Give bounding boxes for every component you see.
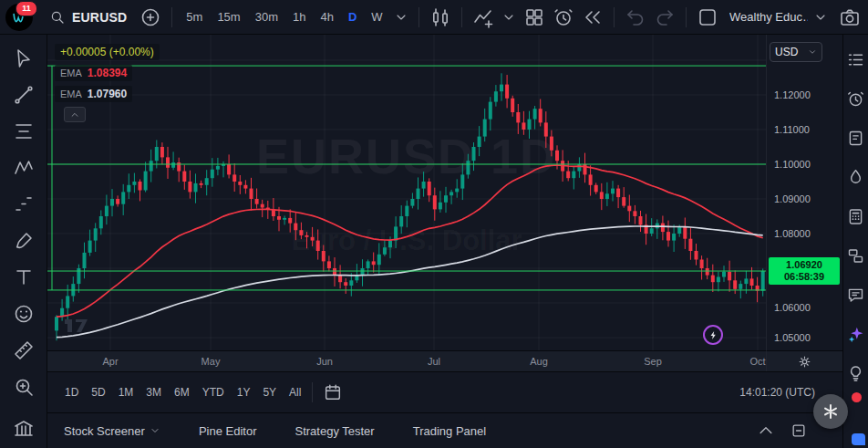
timeframe-1d[interactable]: D (343, 6, 362, 27)
go-to-date-calendar-icon[interactable] (321, 380, 345, 404)
server-clock[interactable]: 14:01:20 (UTC) (739, 386, 815, 399)
time-axis[interactable]: Apr May Jun Jul Aug Sep Oct (47, 350, 766, 371)
zoom-in-tool-icon[interactable] (12, 375, 36, 399)
chevron-down-icon (808, 47, 817, 57)
support-chat-icon[interactable] (852, 433, 865, 445)
chevron-up-icon (70, 110, 79, 120)
range-3m[interactable]: 3M (140, 382, 168, 402)
chatgpt-knot-icon (821, 401, 841, 422)
grid-layout-icon[interactable] (522, 5, 547, 30)
range-1y[interactable]: 1Y (231, 382, 257, 402)
compare-add-symbol-icon[interactable] (138, 5, 163, 30)
timeframe-chevron-down-icon[interactable] (392, 8, 410, 26)
cursor-tool-icon[interactable] (12, 47, 36, 70)
symbol-name: EURUSD (72, 10, 127, 25)
bank-institution-icon[interactable] (12, 417, 36, 441)
notification-badge: 11 (16, 1, 37, 16)
watchlist-icon[interactable] (846, 50, 865, 69)
toolbar-separator (614, 7, 615, 27)
elliott-wave-tool-icon[interactable] (12, 193, 36, 216)
trading-platform-window: 11 EURUSD 5m 15m 30m 1h 4h D W (0, 0, 868, 448)
notification-dot (850, 391, 863, 404)
chevron-down-icon (150, 425, 160, 436)
undo-icon[interactable] (623, 5, 648, 30)
alerts-clock-icon[interactable] (846, 89, 865, 109)
price-axis[interactable]: USD 1.12000 1.11000 1.10000 1.09000 1.08… (766, 35, 842, 350)
timeframe-15m[interactable]: 15m (212, 6, 245, 27)
currency-selector[interactable]: USD (770, 42, 822, 62)
tab-pine-editor[interactable]: Pine Editor (199, 424, 257, 438)
ema-indicator-row-1[interactable]: EMA 1.08394 (55, 65, 132, 81)
toolbar-separator (418, 7, 419, 27)
emoji-tool-icon[interactable] (12, 302, 36, 326)
chart-style-candles-icon[interactable] (428, 5, 453, 30)
timeframe-5m[interactable]: 5m (181, 6, 208, 27)
range-1d[interactable]: 1D (58, 382, 85, 402)
fib-retracement-tool-icon[interactable] (12, 120, 36, 143)
range-5y[interactable]: 5Y (256, 382, 283, 402)
month-label: Oct (749, 356, 765, 367)
range-1m[interactable]: 1M (112, 382, 140, 402)
timeframe-30m[interactable]: 30m (250, 6, 284, 27)
brush-tool-icon[interactable] (12, 229, 36, 253)
boost-lightning-button[interactable] (703, 325, 723, 345)
ruler-measure-tool-icon[interactable] (12, 339, 36, 362)
timeframe-1w[interactable]: W (366, 6, 388, 27)
text-tool-icon[interactable] (12, 266, 36, 289)
hotlists-flame-icon[interactable] (846, 168, 865, 187)
price-tick: 1.06000 (774, 302, 811, 313)
toolbar-separator (686, 7, 687, 27)
chat-icon[interactable] (846, 286, 865, 305)
range-5d[interactable]: 5D (85, 382, 111, 402)
chatgpt-overlay-button[interactable] (813, 394, 848, 429)
axis-settings-gear-icon[interactable] (797, 354, 812, 370)
toolbar-separator (312, 382, 313, 402)
month-label: Jul (428, 356, 440, 367)
tab-stock-screener[interactable]: Stock Screener (64, 424, 160, 438)
timeframe-4h[interactable]: 4h (315, 6, 338, 27)
price-change: +0.00005 (+0.00%) (55, 44, 160, 60)
timeframe-1h[interactable]: 1h (287, 6, 311, 27)
legend-collapse-button[interactable] (64, 107, 86, 122)
tab-strategy-tester[interactable]: Strategy Tester (294, 424, 374, 438)
layout-account-menu[interactable]: Wealthy Educ… (726, 5, 833, 29)
lightning-icon (708, 330, 718, 340)
ema-indicator-row-2[interactable]: EMA 1.07960 (55, 86, 132, 102)
range-all[interactable]: All (283, 382, 307, 402)
panel-expand-chevron-up-icon[interactable] (757, 422, 775, 440)
ideas-lightbulb-icon[interactable] (846, 364, 865, 383)
trend-line-tool-icon[interactable] (12, 83, 36, 107)
ai-sparkle-icon[interactable] (846, 325, 865, 344)
indicators-icon[interactable] (470, 5, 496, 30)
axis-settings-corner (766, 350, 842, 371)
price-tick: 1.10000 (774, 159, 811, 170)
panel-maximize-icon[interactable] (790, 422, 808, 440)
range-ytd[interactable]: YTD (196, 382, 231, 402)
alert-clock-icon[interactable] (551, 5, 576, 30)
pattern-tool-icon[interactable] (12, 156, 36, 180)
drawing-tools-toolbar (0, 35, 47, 448)
redo-icon[interactable] (652, 5, 677, 30)
account-name: Wealthy Educ… (729, 10, 808, 24)
bar-replay-icon[interactable] (580, 5, 605, 30)
snapshot-camera-icon[interactable] (837, 5, 863, 30)
month-label: Aug (530, 356, 548, 367)
user-avatar-menu[interactable]: 11 (5, 4, 33, 31)
price-tick: 1.11000 (774, 124, 810, 135)
indicators-chevron-down-icon[interactable] (500, 8, 518, 26)
ema-label: EMA (60, 68, 82, 78)
price-tick: 1.09000 (774, 193, 811, 204)
month-label: Sep (644, 356, 662, 367)
data-window-icon[interactable] (846, 207, 865, 226)
tradingview-logo[interactable] (64, 316, 95, 339)
top-toolbar: 11 EURUSD 5m 15m 30m 1h 4h D W (0, 0, 868, 35)
price-tick: 1.12000 (774, 89, 811, 100)
object-tree-icon[interactable] (846, 246, 865, 266)
month-label: Apr (102, 356, 118, 367)
symbol-search-button[interactable]: EURUSD (42, 6, 134, 28)
tab-trading-panel[interactable]: Trading Panel (413, 424, 486, 438)
save-layout-icon[interactable] (695, 5, 720, 30)
range-6m[interactable]: 6M (168, 382, 196, 402)
chart-pane[interactable]: EURUSD 1D Euro / U.S. Dollar +0.00005 (+… (47, 35, 766, 350)
journal-notes-icon[interactable] (846, 129, 865, 148)
